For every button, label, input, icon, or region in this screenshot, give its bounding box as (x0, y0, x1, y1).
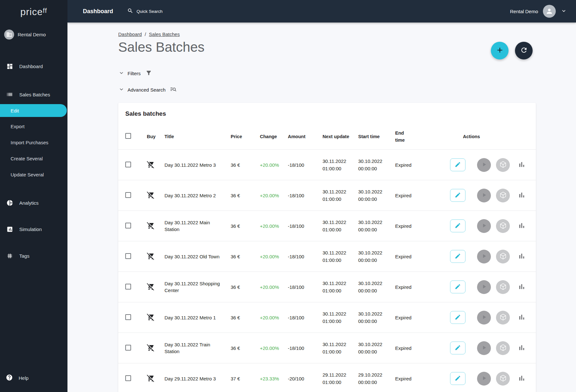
select-all-checkbox[interactable] (125, 133, 131, 139)
refresh-icon (520, 46, 528, 55)
row-checkbox[interactable] (125, 375, 131, 381)
package-button[interactable] (496, 341, 510, 355)
row-change: +20.00% (260, 193, 288, 198)
quick-search-label: Quick Search (137, 9, 163, 14)
row-end-time: Expired (395, 223, 450, 229)
account-menu[interactable]: Rental Demo (510, 5, 567, 18)
row-end-time: Expired (395, 284, 450, 290)
filters-toggle[interactable]: Filters (118, 70, 576, 77)
row-checkbox[interactable] (125, 223, 131, 228)
col-header-next-update: Next update (323, 134, 358, 139)
bar-chart-icon (518, 343, 526, 353)
row-checkbox[interactable] (125, 253, 131, 259)
building-icon (4, 30, 14, 40)
edit-button[interactable] (450, 250, 465, 263)
sidebar-item-dashboard[interactable]: Dashboard (0, 57, 67, 75)
table-row: Day 30.11.2022 Old Town 36 € +20.00% -18… (118, 241, 536, 272)
sidebar-item-create-several[interactable]: Create Several (0, 151, 67, 166)
row-start-time: 30.10.2022 00:00:00 (358, 249, 395, 264)
sidebar-item-simulation[interactable]: Simulation (0, 220, 67, 238)
sidebar-item-import-purchases[interactable]: Import Purchases (0, 135, 67, 150)
play-button[interactable] (477, 189, 491, 202)
app-logo: priceff (0, 0, 67, 21)
stats-button[interactable] (517, 219, 527, 233)
sidebar-nav: Dashboard Sales Batches Edit Export Impo… (0, 44, 67, 265)
col-header-actions: Actions (450, 134, 533, 139)
sidebar-item-edit[interactable]: Edit (0, 104, 67, 117)
edit-button[interactable] (450, 342, 465, 354)
play-icon (481, 161, 487, 169)
row-checkbox[interactable] (125, 192, 131, 198)
edit-button[interactable] (450, 219, 465, 232)
sidebar-item-export[interactable]: Export (0, 119, 67, 134)
row-amount: -18/100 (288, 345, 323, 351)
quick-search[interactable]: Quick Search (127, 8, 163, 15)
edit-button[interactable] (450, 281, 465, 293)
sales-batches-card: Sales batches Buy Title Price Change Amo… (118, 103, 536, 392)
play-button[interactable] (477, 341, 491, 355)
package-button[interactable] (496, 280, 510, 294)
row-checkbox[interactable] (125, 162, 131, 167)
sidebar-account-label: Rental Demo (18, 32, 46, 37)
refresh-button[interactable] (515, 42, 533, 59)
package-button[interactable] (496, 250, 510, 263)
row-end-time: Expired (395, 254, 450, 259)
table-row: Day 30.11.2022 Main Station 36 € +20.00%… (118, 210, 536, 241)
package-icon (499, 313, 507, 322)
breadcrumb-dashboard-link[interactable]: Dashboard (118, 31, 142, 37)
edit-button[interactable] (450, 158, 465, 171)
sidebar-item-update-several[interactable]: Update Several (0, 167, 67, 182)
row-checkbox[interactable] (125, 314, 131, 320)
play-button[interactable] (477, 219, 491, 233)
stats-button[interactable] (517, 250, 527, 263)
package-icon (499, 252, 507, 261)
row-change: +20.00% (260, 223, 288, 229)
play-button[interactable] (477, 158, 491, 172)
row-title: Day 30.11.2022 Metro 2 (164, 192, 231, 199)
list-icon (6, 91, 13, 98)
sidebar-item-tags[interactable]: Tags (0, 247, 67, 265)
row-price: 36 € (231, 345, 260, 351)
sidebar-item-analytics[interactable]: Analytics (0, 194, 67, 212)
advanced-search-toggle[interactable]: Advanced Search (118, 86, 576, 94)
add-button[interactable] (491, 42, 509, 59)
row-end-time: Expired (395, 162, 450, 168)
edit-button[interactable] (450, 372, 465, 385)
sidebar-item-help[interactable]: Help (0, 369, 67, 387)
bar-chart-icon (518, 374, 526, 383)
package-button[interactable] (496, 372, 510, 386)
package-button[interactable] (496, 219, 510, 233)
package-button[interactable] (496, 158, 510, 172)
breadcrumb-current-link[interactable]: Sales Batches (149, 31, 180, 37)
row-start-time: 30.10.2022 00:00:00 (358, 341, 395, 355)
row-title: Day 30.11.2022 Train Station (164, 341, 231, 355)
stats-button[interactable] (517, 158, 527, 172)
sidebar-account[interactable]: Rental Demo (0, 25, 67, 44)
package-button[interactable] (496, 311, 510, 325)
stats-button[interactable] (517, 189, 527, 202)
edit-button[interactable] (450, 189, 465, 202)
play-icon (481, 375, 487, 382)
stats-button[interactable] (517, 341, 527, 355)
package-button[interactable] (496, 189, 510, 202)
stats-button[interactable] (517, 280, 527, 294)
filters-label: Filters (128, 71, 141, 76)
filter-icon (146, 70, 152, 77)
row-checkbox[interactable] (125, 345, 131, 351)
stats-button[interactable] (517, 311, 527, 325)
row-checkbox[interactable] (125, 284, 131, 290)
pencil-icon (455, 222, 461, 230)
play-button[interactable] (477, 311, 491, 325)
play-button[interactable] (477, 250, 491, 263)
row-change: +20.00% (260, 162, 288, 168)
stats-button[interactable] (517, 372, 527, 386)
row-title: Day 29.11.2022 Metro 3 (164, 375, 231, 382)
play-button[interactable] (477, 372, 491, 386)
sidebar-item-sales-batches[interactable]: Sales Batches (0, 85, 67, 103)
play-button[interactable] (477, 280, 491, 294)
row-price: 36 € (231, 193, 260, 198)
chevron-down-icon (118, 86, 125, 94)
avatar (543, 5, 556, 18)
account-name: Rental Demo (510, 9, 538, 14)
edit-button[interactable] (450, 311, 465, 324)
